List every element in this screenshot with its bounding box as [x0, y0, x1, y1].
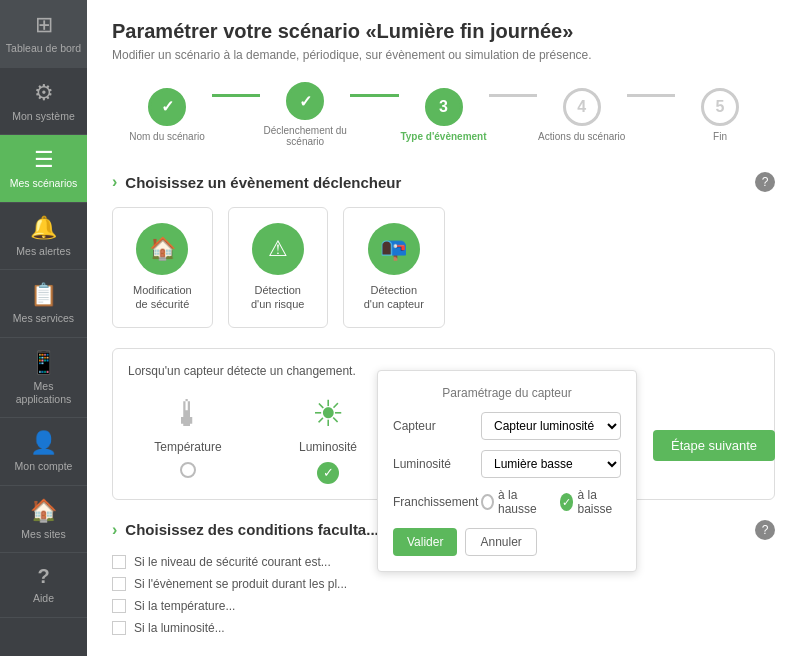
capteur-row: Capteur Capteur luminosité: [393, 412, 621, 440]
franchissement-label: Franchissement: [393, 495, 473, 509]
sensor-option-luminosite[interactable]: ☀ Luminosité ✓: [268, 393, 388, 484]
valider-button[interactable]: Valider: [393, 528, 457, 556]
luminosite-select[interactable]: Lumière basse: [481, 450, 621, 478]
event-card-capteur[interactable]: 📭 Détectiond'un capteur: [343, 207, 445, 328]
sensor-option-temperature[interactable]: 🌡 Température: [128, 393, 248, 484]
sidebar-item-label: Mon système: [12, 110, 74, 123]
page-title: Paramétrer votre scénario «Lumière fin j…: [112, 20, 775, 43]
step-3: 3 Type d'évènement: [399, 88, 489, 142]
event-card-securite-label: Modificationde sécurité: [133, 283, 192, 312]
sidebar-item-tableau-de-bord[interactable]: ⊞ Tableau de bord: [0, 0, 87, 68]
luminosite-label: Luminosité: [299, 440, 357, 454]
step-line-3: [489, 94, 537, 97]
event-card-risque[interactable]: ⚠ Détectiond'un risque: [228, 207, 328, 328]
conditions-help-icon[interactable]: ?: [755, 520, 775, 540]
sidebar-item-mes-sites[interactable]: 🏠 Mes sites: [0, 486, 87, 554]
sidebar-item-label: Mes applications: [5, 380, 82, 405]
next-button-float[interactable]: Étape suivante: [653, 430, 775, 461]
condition-item-3: Si la luminosité...: [112, 621, 775, 635]
capteur-select[interactable]: Capteur luminosité: [481, 412, 621, 440]
parametrage-popup: Paramétrage du capteur Capteur Capteur l…: [377, 370, 637, 572]
step-2: ✓ Déclenchement du scénario: [260, 82, 350, 147]
conditions-title: Choisissez des conditions faculta...: [125, 521, 378, 538]
sidebar-item-mon-systeme[interactable]: ⚙ Mon système: [0, 68, 87, 136]
sidebar-item-label: Mes sites: [21, 528, 65, 541]
temperature-label: Température: [154, 440, 221, 454]
franchissement-baisse-option[interactable]: ✓ à la baisse: [560, 488, 621, 516]
baisse-label: à la baisse: [577, 488, 621, 516]
condition-checkbox-0[interactable]: [112, 555, 126, 569]
step-5-label: Fin: [675, 131, 765, 142]
condition-label-2: Si la température...: [134, 599, 235, 613]
sidebar-item-mes-alertes[interactable]: 🔔 Mes alertes: [0, 203, 87, 271]
event-card-securite-icon: 🏠: [136, 223, 188, 275]
mon-compte-icon: 👤: [30, 430, 57, 456]
temperature-radio[interactable]: [180, 462, 196, 478]
condition-label-3: Si la luminosité...: [134, 621, 225, 635]
hausse-radio[interactable]: [481, 494, 494, 510]
step-4-label: Actions du scénario: [537, 131, 627, 142]
sidebar: ⊞ Tableau de bord ⚙ Mon système ☰ Mes sc…: [0, 0, 87, 656]
event-card-risque-icon: ⚠: [252, 223, 304, 275]
franchissement-row: Franchissement à la hausse ✓ à la baisse: [393, 488, 621, 516]
step-4-circle: 4: [563, 88, 601, 126]
baisse-check: ✓: [560, 493, 574, 511]
step-1: ✓ Nom du scénario: [122, 88, 212, 142]
luminosite-param-label: Luminosité: [393, 457, 473, 471]
condition-checkbox-2[interactable]: [112, 599, 126, 613]
condition-label-1: Si l'évènement se produit durant les pl.…: [134, 577, 347, 591]
mes-applications-icon: 📱: [30, 350, 57, 376]
luminosite-icon: ☀: [312, 393, 344, 435]
event-card-capteur-label: Détectiond'un capteur: [364, 283, 424, 312]
mes-scenarios-icon: ☰: [34, 147, 54, 173]
sidebar-item-label: Mes scénarios: [10, 177, 78, 190]
main-content: Paramétrer votre scénario «Lumière fin j…: [87, 0, 800, 656]
hausse-label: à la hausse: [498, 488, 544, 516]
choose-event-title: Choisissez un évènement déclencheur: [125, 174, 401, 191]
sidebar-item-mes-applications[interactable]: 📱 Mes applications: [0, 338, 87, 418]
sidebar-item-label: Mes alertes: [16, 245, 70, 258]
condition-label-0: Si le niveau de sécurité courant est...: [134, 555, 331, 569]
step-1-label: Nom du scénario: [122, 131, 212, 142]
condition-item-1: Si l'évènement se produit durant les pl.…: [112, 577, 775, 591]
condition-item-2: Si la température...: [112, 599, 775, 613]
mes-sites-icon: 🏠: [30, 498, 57, 524]
sidebar-item-mes-services[interactable]: 📋 Mes services: [0, 270, 87, 338]
step-2-circle: ✓: [286, 82, 324, 120]
steps-progress: ✓ Nom du scénario ✓ Déclenchement du scé…: [112, 82, 775, 147]
sidebar-item-mes-scenarios[interactable]: ☰ Mes scénarios: [0, 135, 87, 203]
sidebar-item-mon-compte[interactable]: 👤 Mon compte: [0, 418, 87, 486]
tableau-de-bord-icon: ⊞: [35, 12, 53, 38]
luminosite-row: Luminosité Lumière basse: [393, 450, 621, 478]
parametrage-buttons: Valider Annuler: [393, 528, 621, 556]
mes-services-icon: 📋: [30, 282, 57, 308]
capteur-label: Capteur: [393, 419, 473, 433]
sidebar-item-aide[interactable]: ? Aide: [0, 553, 87, 618]
parametrage-title: Paramétrage du capteur: [393, 386, 621, 400]
luminosite-check: ✓: [317, 462, 339, 484]
mon-systeme-icon: ⚙: [34, 80, 54, 106]
event-card-capteur-icon: 📭: [368, 223, 420, 275]
sidebar-item-label: Tableau de bord: [6, 42, 81, 55]
step-3-label: Type d'évènement: [399, 131, 489, 142]
conditions-arrow-icon: ›: [112, 521, 117, 539]
step-line-2: [350, 94, 398, 97]
step-line-4: [627, 94, 675, 97]
annuler-button[interactable]: Annuler: [465, 528, 536, 556]
choose-event-header: › Choisissez un évènement déclencheur ?: [112, 172, 775, 192]
event-card-securite[interactable]: 🏠 Modificationde sécurité: [112, 207, 213, 328]
step-line-1: [212, 94, 260, 97]
help-icon[interactable]: ?: [755, 172, 775, 192]
step-3-circle: 3: [425, 88, 463, 126]
condition-checkbox-1[interactable]: [112, 577, 126, 591]
step-2-label: Déclenchement du scénario: [260, 125, 350, 147]
section-arrow-icon: ›: [112, 173, 117, 191]
franchissement-hausse-option[interactable]: à la hausse: [481, 488, 544, 516]
event-card-risque-label: Détectiond'un risque: [251, 283, 304, 312]
sidebar-item-label: Aide: [33, 592, 54, 605]
step-1-circle: ✓: [148, 88, 186, 126]
condition-checkbox-3[interactable]: [112, 621, 126, 635]
step-5: 5 Fin: [675, 88, 765, 142]
mes-alertes-icon: 🔔: [30, 215, 57, 241]
event-cards-container: 🏠 Modificationde sécurité ⚠ Détectiond'u…: [112, 207, 775, 328]
